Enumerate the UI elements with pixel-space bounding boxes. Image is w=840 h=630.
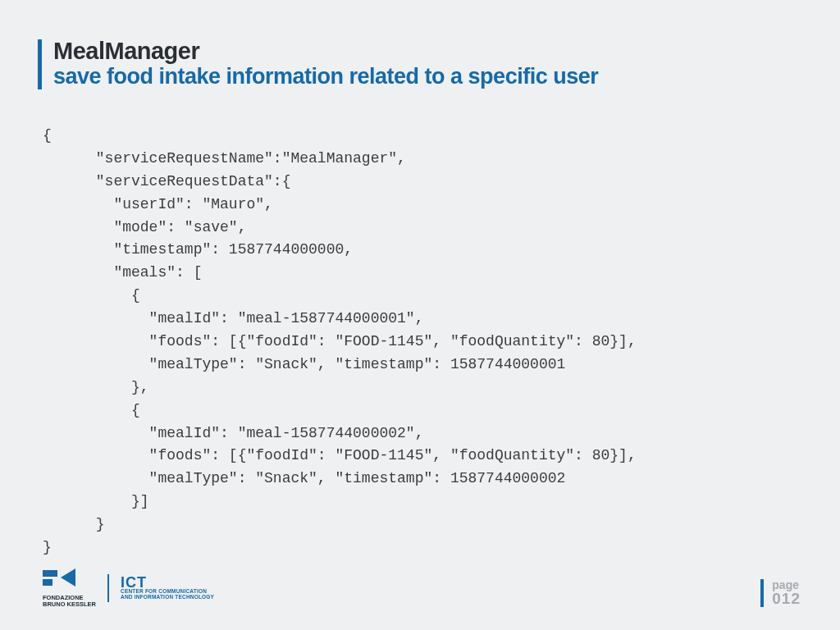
footer-logo: FONDAZIONE BRUNO KESSLER ICT CENTER FOR … <box>43 568 214 607</box>
slide-footer: FONDAZIONE BRUNO KESSLER ICT CENTER FOR … <box>0 568 840 607</box>
page-indicator: page 012 <box>760 579 801 607</box>
slide-subtitle: save food intake information related to … <box>53 65 598 89</box>
slide-header: MealManager save food intake information… <box>38 39 598 89</box>
code-block: { "serviceRequestName":"MealManager", "s… <box>43 125 797 559</box>
logo-separator <box>107 574 109 602</box>
slide-title: MealManager <box>53 39 598 63</box>
ict-sub2: AND INFORMATION TECHNOLOGY <box>121 595 214 600</box>
fbk-logo-icon: FONDAZIONE BRUNO KESSLER <box>43 568 96 607</box>
fbk-name-line2: BRUNO KESSLER <box>43 601 96 608</box>
page-label: page <box>772 579 801 591</box>
ict-title: ICT <box>121 576 214 589</box>
page-number: 012 <box>772 591 801 607</box>
ict-logo: ICT CENTER FOR COMMUNICATION AND INFORMA… <box>121 576 214 600</box>
